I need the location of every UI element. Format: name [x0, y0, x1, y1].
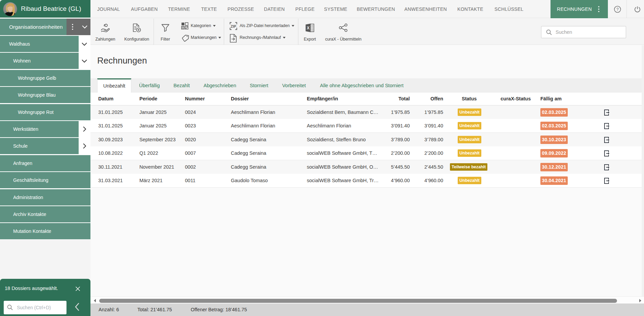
svg-text:ZIP: ZIP [231, 24, 236, 28]
svg-text:?: ? [616, 7, 619, 12]
svg-text:X: X [307, 26, 310, 30]
